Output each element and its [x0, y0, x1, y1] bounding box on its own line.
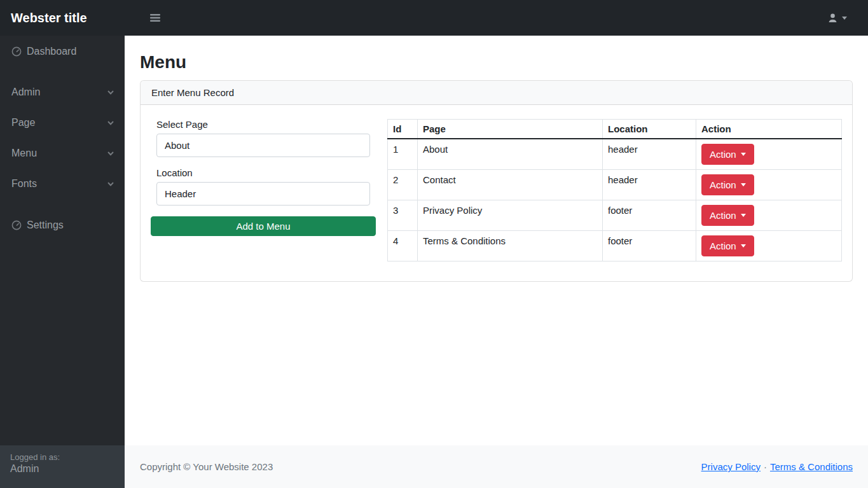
card-header-title: Enter Menu Record	[141, 81, 852, 105]
sidebar-item-label: Dashboard	[27, 46, 76, 57]
caret-down-icon	[741, 244, 746, 247]
top-navbar: Webster title	[0, 0, 868, 36]
action-dropdown-button[interactable]: Action	[701, 205, 754, 226]
cell-action: Action	[696, 200, 842, 231]
footer-link-privacy-policy[interactable]: Privacy Policy	[701, 461, 761, 472]
main-area: Menu Enter Menu Record Select Page Locat…	[125, 36, 868, 488]
select-page-input[interactable]	[156, 134, 370, 157]
logged-in-as-label: Logged in as:	[10, 452, 114, 462]
menu-table-wrapper: Id Page Location Action 1 About	[387, 119, 842, 281]
table-row: 2 Contact header Action	[388, 170, 842, 200]
sidebar-item-fonts[interactable]: Fonts	[0, 169, 125, 199]
sidebar-item-menu[interactable]: Menu	[0, 138, 125, 169]
cell-id: 2	[388, 170, 418, 200]
brand-link[interactable]: Webster title	[0, 11, 125, 25]
table-row: 1 About header Action	[388, 139, 842, 170]
action-dropdown-button[interactable]: Action	[701, 144, 754, 165]
sidebar-item-label: Page	[11, 117, 35, 129]
location-label: Location	[156, 167, 370, 178]
column-header-page: Page	[418, 120, 603, 139]
app-layout: Dashboard Admin Page Menu	[0, 36, 868, 488]
sidebar-item-page[interactable]: Page	[0, 108, 125, 138]
caret-down-icon	[741, 183, 746, 186]
caret-down-icon	[741, 214, 746, 217]
cell-action: Action	[696, 231, 842, 261]
hamburger-icon	[150, 13, 160, 22]
caret-down-icon	[741, 153, 746, 156]
sidebar-item-label: Settings	[27, 220, 64, 231]
table-header-row: Id Page Location Action	[388, 120, 842, 139]
column-header-action: Action	[696, 120, 842, 139]
column-header-location: Location	[603, 120, 696, 139]
cell-action: Action	[696, 170, 842, 200]
action-button-label: Action	[710, 210, 736, 221]
cell-page: Privacy Policy	[418, 200, 603, 231]
sidebar-item-label: Admin	[11, 87, 40, 98]
cell-page: About	[418, 139, 603, 170]
copyright-text: Copyright © Your Website 2023	[140, 461, 273, 472]
page-title: Menu	[140, 52, 853, 73]
column-header-id: Id	[388, 120, 418, 139]
gauge-icon	[11, 220, 22, 230]
caret-down-icon	[842, 17, 847, 20]
user-menu-dropdown[interactable]	[827, 13, 868, 24]
cell-id: 1	[388, 139, 418, 170]
page-footer: Copyright © Your Website 2023 Privacy Po…	[125, 445, 868, 488]
location-input[interactable]	[156, 182, 370, 206]
footer-links: Privacy Policy · Terms & Conditions	[701, 461, 853, 472]
menu-form: Select Page Location Add to Menu	[151, 119, 376, 281]
sidebar-item-label: Menu	[11, 148, 37, 159]
sidebar-nav: Dashboard Admin Page Menu	[0, 36, 125, 241]
sidebar-toggle-button[interactable]	[148, 11, 163, 25]
sidebar-item-label: Fonts	[11, 178, 37, 190]
select-page-label: Select Page	[156, 119, 370, 130]
menu-table: Id Page Location Action 1 About	[387, 119, 842, 261]
user-icon	[827, 13, 838, 24]
gauge-icon	[11, 46, 22, 57]
sidebar-item-settings[interactable]: Settings	[0, 210, 125, 241]
add-to-menu-button[interactable]: Add to Menu	[151, 216, 376, 236]
chevron-down-icon	[107, 180, 114, 188]
cell-location: footer	[603, 231, 696, 261]
action-dropdown-button[interactable]: Action	[701, 235, 754, 256]
card-body: Select Page Location Add to Menu	[141, 105, 852, 281]
action-button-label: Action	[710, 149, 736, 160]
cell-location: footer	[603, 200, 696, 231]
footer-links-separator: ·	[764, 461, 767, 472]
cell-id: 3	[388, 200, 418, 231]
chevron-down-icon	[107, 119, 114, 127]
cell-page: Terms & Conditions	[418, 231, 603, 261]
action-button-label: Action	[710, 241, 736, 251]
cell-page: Contact	[418, 170, 603, 200]
sidebar-item-dashboard[interactable]: Dashboard	[0, 36, 125, 67]
logged-in-user: Admin	[10, 463, 114, 475]
page-content: Menu Enter Menu Record Select Page Locat…	[125, 36, 868, 445]
sidebar-item-admin[interactable]: Admin	[0, 77, 125, 108]
table-row: 4 Terms & Conditions footer Action	[388, 231, 842, 261]
cell-id: 4	[388, 231, 418, 261]
sidebar-footer: Logged in as: Admin	[0, 445, 125, 488]
table-row: 3 Privacy Policy footer Action	[388, 200, 842, 231]
cell-location: header	[603, 139, 696, 170]
footer-link-terms-conditions[interactable]: Terms & Conditions	[770, 461, 853, 472]
action-button-label: Action	[710, 179, 736, 190]
sidebar: Dashboard Admin Page Menu	[0, 36, 125, 488]
menu-record-card: Enter Menu Record Select Page Location	[140, 80, 853, 282]
cell-action: Action	[696, 139, 842, 170]
chevron-down-icon	[107, 88, 114, 96]
action-dropdown-button[interactable]: Action	[701, 174, 754, 195]
cell-location: header	[603, 170, 696, 200]
chevron-down-icon	[107, 150, 114, 157]
